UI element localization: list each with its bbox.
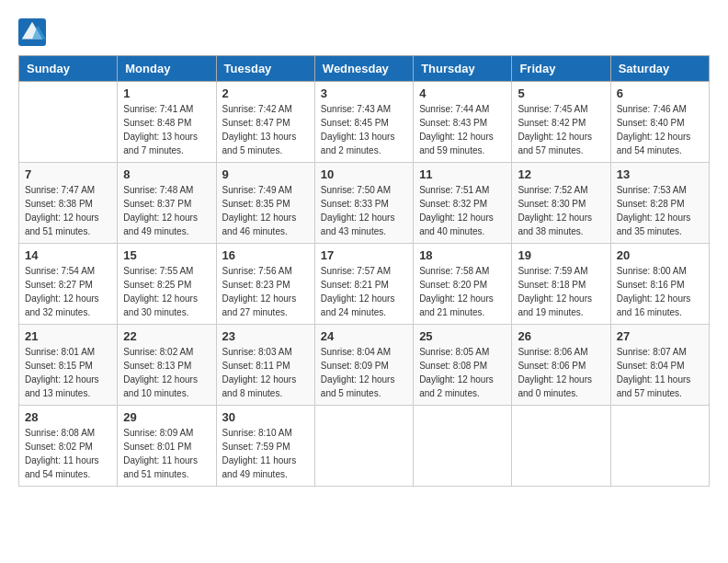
calendar-day-cell: 16 Sunrise: 7:56 AM Sunset: 8:23 PM Dayl…: [216, 244, 314, 325]
calendar-day-cell: 15 Sunrise: 7:55 AM Sunset: 8:25 PM Dayl…: [118, 244, 216, 325]
calendar-day-cell: 5 Sunrise: 7:45 AM Sunset: 8:42 PM Dayli…: [512, 82, 610, 163]
calendar-day-cell: 18 Sunrise: 7:58 AM Sunset: 8:20 PM Dayl…: [414, 244, 512, 325]
sunset: Sunset: 8:48 PM: [123, 118, 191, 128]
sunrise: Sunrise: 7:44 AM: [419, 104, 489, 114]
calendar-day-cell: 4 Sunrise: 7:44 AM Sunset: 8:43 PM Dayli…: [414, 82, 512, 163]
sunrise: Sunrise: 8:08 AM: [25, 428, 95, 438]
sunset: Sunset: 8:33 PM: [321, 199, 389, 209]
day-info: Sunrise: 7:53 AM Sunset: 8:28 PM Dayligh…: [617, 183, 703, 238]
sunset: Sunset: 8:09 PM: [321, 361, 389, 371]
day-number: 30: [222, 410, 309, 424]
day-number: 6: [617, 86, 703, 100]
page-header: [18, 18, 710, 46]
weekday-header-thursday: Thursday: [414, 56, 512, 82]
calendar-week-row: 21 Sunrise: 8:01 AM Sunset: 8:15 PM Dayl…: [19, 325, 710, 406]
daylight: Daylight: 12 hours and 59 minutes.: [419, 132, 494, 155]
day-number: 8: [123, 167, 210, 181]
daylight: Daylight: 12 hours and 0 minutes.: [518, 374, 592, 398]
sunrise: Sunrise: 8:02 AM: [123, 347, 193, 357]
sunrise: Sunrise: 7:59 AM: [518, 266, 587, 276]
day-info: Sunrise: 7:56 AM Sunset: 8:23 PM Dayligh…: [222, 264, 309, 319]
sunrise: Sunrise: 8:06 AM: [518, 347, 587, 357]
calendar-day-cell: 25 Sunrise: 8:05 AM Sunset: 8:08 PM Dayl…: [414, 325, 512, 406]
sunrise: Sunrise: 8:03 AM: [222, 347, 292, 357]
calendar-day-cell: 13 Sunrise: 7:53 AM Sunset: 8:28 PM Dayl…: [610, 163, 709, 244]
daylight: Daylight: 11 hours and 51 minutes.: [123, 455, 198, 479]
calendar-day-cell: 17 Sunrise: 7:57 AM Sunset: 8:21 PM Dayl…: [314, 244, 413, 325]
day-info: Sunrise: 7:45 AM Sunset: 8:42 PM Dayligh…: [518, 102, 604, 157]
day-info: Sunrise: 8:10 AM Sunset: 7:59 PM Dayligh…: [222, 426, 309, 481]
day-number: 25: [419, 329, 506, 343]
day-number: 12: [518, 167, 604, 181]
daylight: Daylight: 13 hours and 7 minutes.: [123, 132, 198, 155]
calendar-day-cell: 26 Sunrise: 8:06 AM Sunset: 8:06 PM Dayl…: [512, 325, 610, 406]
day-info: Sunrise: 8:02 AM Sunset: 8:13 PM Dayligh…: [123, 345, 210, 400]
sunrise: Sunrise: 7:50 AM: [321, 185, 391, 195]
sunset: Sunset: 8:23 PM: [222, 280, 290, 290]
day-info: Sunrise: 8:00 AM Sunset: 8:16 PM Dayligh…: [617, 264, 703, 319]
daylight: Daylight: 12 hours and 43 minutes.: [321, 213, 395, 236]
sunrise: Sunrise: 7:45 AM: [518, 104, 587, 114]
calendar-day-cell: [314, 406, 413, 487]
day-info: Sunrise: 7:55 AM Sunset: 8:25 PM Dayligh…: [123, 264, 210, 319]
sunset: Sunset: 8:06 PM: [518, 361, 586, 371]
calendar-day-cell: 3 Sunrise: 7:43 AM Sunset: 8:45 PM Dayli…: [314, 82, 413, 163]
sunset: Sunset: 8:27 PM: [25, 280, 93, 290]
sunrise: Sunrise: 8:10 AM: [222, 428, 292, 438]
daylight: Daylight: 13 hours and 2 minutes.: [321, 132, 395, 155]
sunrise: Sunrise: 7:57 AM: [321, 266, 391, 276]
day-number: 11: [419, 167, 506, 181]
sunset: Sunset: 8:37 PM: [123, 199, 191, 209]
day-info: Sunrise: 7:49 AM Sunset: 8:35 PM Dayligh…: [222, 183, 309, 238]
sunset: Sunset: 8:20 PM: [419, 280, 487, 290]
calendar-day-cell: 22 Sunrise: 8:02 AM Sunset: 8:13 PM Dayl…: [118, 325, 216, 406]
sunrise: Sunrise: 7:56 AM: [222, 266, 292, 276]
sunset: Sunset: 8:45 PM: [321, 118, 389, 128]
calendar-day-cell: [610, 406, 709, 487]
sunset: Sunset: 7:59 PM: [222, 442, 290, 452]
weekday-header-sunday: Sunday: [19, 56, 118, 82]
sunset: Sunset: 8:15 PM: [25, 361, 93, 371]
sunrise: Sunrise: 7:46 AM: [617, 104, 687, 114]
weekday-header-row: SundayMondayTuesdayWednesdayThursdayFrid…: [19, 56, 710, 82]
sunrise: Sunrise: 8:01 AM: [25, 347, 95, 357]
logo: [18, 18, 50, 46]
calendar-day-cell: 30 Sunrise: 8:10 AM Sunset: 7:59 PM Dayl…: [216, 406, 314, 487]
day-number: 4: [419, 86, 506, 100]
sunset: Sunset: 8:40 PM: [617, 118, 685, 128]
day-number: 19: [518, 248, 604, 262]
sunset: Sunset: 8:04 PM: [617, 361, 685, 371]
sunrise: Sunrise: 8:05 AM: [419, 347, 489, 357]
sunrise: Sunrise: 8:07 AM: [617, 347, 687, 357]
day-number: 18: [419, 248, 506, 262]
day-info: Sunrise: 7:42 AM Sunset: 8:47 PM Dayligh…: [222, 102, 309, 157]
day-number: 2: [222, 86, 309, 100]
weekday-header-friday: Friday: [512, 56, 610, 82]
day-number: 7: [25, 167, 111, 181]
daylight: Daylight: 12 hours and 38 minutes.: [518, 213, 592, 236]
sunset: Sunset: 8:18 PM: [518, 280, 586, 290]
day-number: 13: [617, 167, 703, 181]
calendar-day-cell: 28 Sunrise: 8:08 AM Sunset: 8:02 PM Dayl…: [19, 406, 118, 487]
day-number: 15: [123, 248, 210, 262]
sunrise: Sunrise: 8:00 AM: [617, 266, 687, 276]
calendar-day-cell: 14 Sunrise: 7:54 AM Sunset: 8:27 PM Dayl…: [19, 244, 118, 325]
sunset: Sunset: 8:30 PM: [518, 199, 586, 209]
daylight: Daylight: 11 hours and 49 minutes.: [222, 455, 297, 479]
daylight: Daylight: 13 hours and 5 minutes.: [222, 132, 297, 155]
daylight: Daylight: 12 hours and 19 minutes.: [518, 293, 592, 317]
day-number: 14: [25, 248, 111, 262]
sunrise: Sunrise: 7:43 AM: [321, 104, 391, 114]
daylight: Daylight: 12 hours and 24 minutes.: [321, 293, 395, 317]
calendar-day-cell: 10 Sunrise: 7:50 AM Sunset: 8:33 PM Dayl…: [314, 163, 413, 244]
sunrise: Sunrise: 7:55 AM: [123, 266, 193, 276]
daylight: Daylight: 12 hours and 40 minutes.: [419, 213, 494, 236]
day-info: Sunrise: 7:44 AM Sunset: 8:43 PM Dayligh…: [419, 102, 506, 157]
day-number: 28: [25, 410, 111, 424]
daylight: Daylight: 12 hours and 57 minutes.: [518, 132, 592, 155]
weekday-header-monday: Monday: [118, 56, 216, 82]
calendar-day-cell: 24 Sunrise: 8:04 AM Sunset: 8:09 PM Dayl…: [314, 325, 413, 406]
sunset: Sunset: 8:28 PM: [617, 199, 685, 209]
daylight: Daylight: 12 hours and 35 minutes.: [617, 213, 691, 236]
day-number: 9: [222, 167, 309, 181]
